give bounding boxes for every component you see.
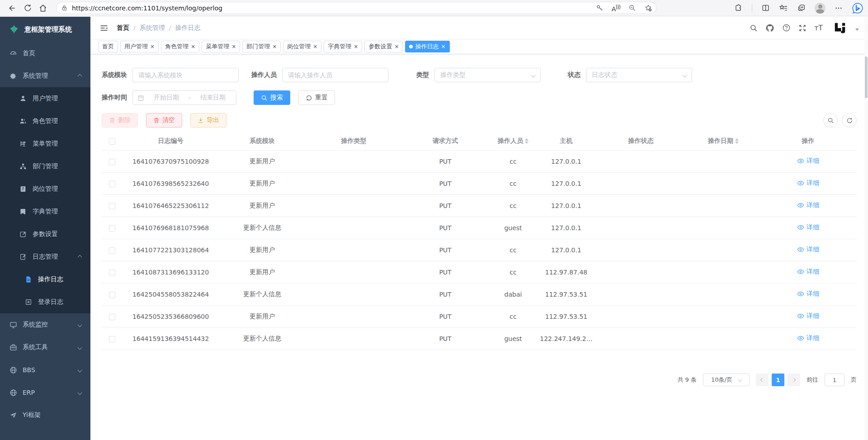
sidebar-item-login-log[interactable]: 登录日志	[0, 291, 90, 313]
breadcrumb-home[interactable]: 首页	[117, 24, 129, 32]
close-icon[interactable]: ×	[441, 43, 445, 50]
col-date[interactable]: 操作日期	[687, 133, 760, 151]
close-icon[interactable]: ×	[150, 43, 155, 50]
detail-link[interactable]: 详细	[797, 201, 819, 209]
browser-back-button[interactable]	[5, 2, 20, 14]
close-icon[interactable]: ×	[272, 43, 277, 50]
tab-menu-mgmt[interactable]: 菜单管理×	[202, 41, 240, 52]
detail-link[interactable]: 详细	[797, 268, 819, 276]
tab-param-settings[interactable]: 参数设置×	[364, 41, 403, 52]
row-checkbox[interactable]	[109, 270, 115, 276]
type-select[interactable]: 操作类型	[434, 68, 541, 82]
sidebar-item-yi-framework[interactable]: Yi框架	[0, 404, 90, 426]
browser-profile-avatar[interactable]	[815, 3, 826, 14]
row-checkbox[interactable]	[109, 247, 115, 254]
clear-button[interactable]: 清空	[146, 113, 182, 128]
help-question-icon[interactable]	[782, 24, 791, 32]
row-checkbox[interactable]	[109, 314, 115, 320]
sort-icon[interactable]	[525, 138, 528, 144]
tab-dept-mgmt[interactable]: 部门管理×	[242, 41, 281, 52]
sidebar-item-dept-mgmt[interactable]: 部门管理	[0, 155, 90, 178]
sort-icon[interactable]	[735, 138, 739, 144]
sidebar-item-dict-mgmt[interactable]: 字典管理	[0, 200, 90, 223]
read-aloud-icon[interactable]: A)))	[612, 4, 620, 13]
detail-link[interactable]: 详细	[797, 246, 819, 254]
settings-more-icon[interactable]	[835, 4, 843, 12]
fullscreen-icon[interactable]	[798, 24, 807, 32]
row-checkbox[interactable]	[109, 292, 115, 298]
sidebar-item-erp[interactable]: ERP	[0, 381, 90, 404]
row-checkbox[interactable]	[109, 181, 115, 187]
page-number-button[interactable]: 1	[772, 374, 784, 386]
split-screen-icon[interactable]	[761, 4, 770, 12]
sidebar-item-param-settings[interactable]: 参数设置	[0, 223, 90, 246]
bing-chat-icon[interactable]	[852, 2, 863, 14]
next-page-button[interactable]	[788, 374, 800, 386]
address-bar[interactable]: A)))	[56, 2, 656, 14]
row-checkbox[interactable]	[109, 336, 115, 342]
reset-button[interactable]: 重置	[298, 90, 335, 105]
tab-user-mgmt[interactable]: 用户管理×	[120, 41, 159, 52]
zoom-out-icon[interactable]	[628, 4, 636, 12]
password-key-icon[interactable]	[596, 4, 604, 12]
row-checkbox[interactable]	[109, 159, 115, 165]
scrollbar-thumb[interactable]	[865, 57, 868, 98]
delete-button[interactable]: 删除	[102, 113, 138, 128]
select-all-checkbox[interactable]	[109, 138, 115, 145]
close-icon[interactable]: ×	[191, 43, 195, 50]
date-range-picker[interactable]: 开始日期 - 结束日期	[132, 90, 236, 105]
browser-refresh-button[interactable]	[20, 2, 35, 14]
page-size-select[interactable]: 10条/页	[703, 374, 750, 386]
close-icon[interactable]: ×	[394, 43, 399, 50]
add-favorite-star-icon[interactable]	[644, 4, 652, 12]
close-icon[interactable]: ×	[231, 43, 236, 50]
tab-dict-mgmt[interactable]: 字典管理×	[324, 41, 362, 52]
app-logo[interactable]: 意框架管理系统	[0, 17, 90, 42]
close-icon[interactable]: ×	[354, 43, 358, 50]
detail-link[interactable]: 详细	[797, 334, 819, 342]
tab-role-mgmt[interactable]: 角色管理×	[161, 41, 199, 52]
detail-link[interactable]: 详细	[797, 179, 819, 187]
export-button[interactable]: 导出	[190, 113, 226, 128]
table-search-toggle-button[interactable]	[823, 113, 838, 128]
breadcrumb-system[interactable]: 系统管理	[140, 24, 165, 32]
yi-logo-icon[interactable]	[833, 21, 847, 35]
search-button[interactable]: 搜索	[254, 90, 290, 105]
status-select[interactable]: 日志状态	[586, 68, 692, 82]
table-refresh-button[interactable]	[842, 113, 857, 128]
browser-home-button[interactable]	[35, 2, 51, 14]
sidebar-item-oper-log[interactable]: 操作日志	[0, 268, 90, 291]
github-icon[interactable]	[765, 24, 774, 33]
tab-home[interactable]: 首页	[98, 41, 118, 52]
tab-post-mgmt[interactable]: 岗位管理×	[283, 41, 321, 52]
detail-link[interactable]: 详细	[797, 290, 819, 298]
col-operator[interactable]: 操作人员	[488, 133, 538, 151]
dropdown-caret-icon[interactable]	[855, 28, 859, 31]
extensions-icon[interactable]	[734, 4, 743, 12]
sidebar-item-menu-mgmt[interactable]: 菜单管理	[0, 132, 90, 155]
sidebar-item-system-tools[interactable]: 系统工具	[0, 336, 90, 359]
font-size-icon[interactable]: тT	[814, 24, 823, 32]
row-checkbox[interactable]	[109, 225, 115, 232]
row-checkbox[interactable]	[109, 203, 115, 209]
sidebar-collapse-button[interactable]	[99, 24, 108, 33]
sidebar-item-log-mgmt[interactable]: 日志管理	[0, 246, 90, 268]
sidebar-item-system-monitor[interactable]: 系统监控	[0, 313, 90, 336]
close-icon[interactable]: ×	[313, 43, 317, 50]
header-search-icon[interactable]	[750, 24, 758, 32]
prev-page-button[interactable]	[756, 374, 769, 386]
detail-link[interactable]: 详细	[797, 312, 819, 320]
detail-link[interactable]: 详细	[797, 223, 819, 232]
tab-oper-log[interactable]: 操作日志×	[405, 41, 449, 52]
sidebar-item-bbs[interactable]: BBS	[0, 359, 90, 381]
url-input[interactable]	[72, 5, 596, 12]
sidebar-item-post-mgmt[interactable]: 岗位管理	[0, 178, 90, 200]
page-scrollbar[interactable]	[864, 17, 868, 440]
module-input[interactable]	[138, 71, 233, 79]
sidebar-item-role-mgmt[interactable]: 角色管理	[0, 110, 90, 132]
operator-input[interactable]	[288, 71, 382, 79]
sidebar-item-user-mgmt[interactable]: 用户管理	[0, 87, 90, 110]
goto-page-input[interactable]	[825, 374, 844, 386]
sidebar-item-system-mgmt[interactable]: 系统管理	[0, 65, 90, 87]
favorites-bar-icon[interactable]	[779, 4, 788, 13]
